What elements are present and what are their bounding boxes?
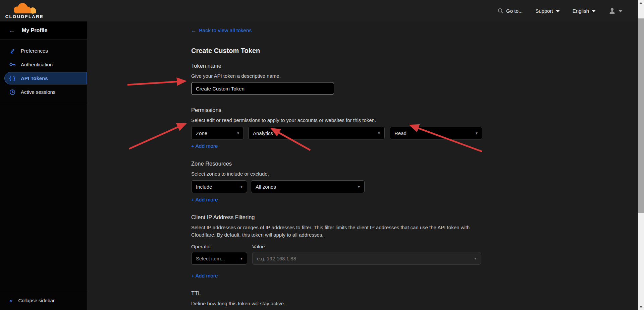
back-arrow-icon: ← [191,27,197,34]
pencil-icon [9,48,16,54]
chevron-down-icon: ▼ [357,185,361,189]
zone-resources-description: Select zones to include or exclude. [191,170,500,178]
permission-service-select[interactable]: Analytics ▼ [248,127,385,139]
ip-operator-select[interactable]: Select item... ▼ [191,252,247,265]
braces-icon: { } [9,75,16,81]
ip-value-combobox[interactable]: e.g. 192.168.1.88 ▼ [252,252,481,265]
page-scrollbar[interactable] [638,0,644,310]
permissions-add-more-link[interactable]: + Add more [191,143,218,149]
value-label: Value [252,244,265,249]
sidebar-item-label: API Tokens [21,75,48,81]
ip-operator-placeholder: Select item... [196,256,225,261]
sidebar-item-label: Authentication [21,62,53,67]
page-title: Create Custom Token [191,47,500,55]
sidebar-item-label: Active sessions [21,89,55,95]
zone-resources-add-more-link[interactable]: + Add more [191,197,218,203]
support-menu[interactable]: Support [535,8,560,14]
ip-filtering-label: Client IP Address Filtering [191,214,500,221]
sidebar-item-authentication[interactable]: Authentication [0,58,87,71]
zone-selection-select[interactable]: All zones ▼ [251,180,365,193]
cloudflare-logo-text: CLOUDFLARE [5,14,44,19]
zone-resources-label: Zone Resources [191,161,500,167]
language-label: English [573,8,589,14]
ttl-description: Define how long this token will stay act… [191,300,500,307]
collapse-chevrons-icon: « [9,297,13,304]
cloudflare-cloud-icon [10,2,39,14]
operator-label: Operator [191,244,252,249]
user-menu[interactable] [608,7,623,14]
zone-include-value: Include [196,184,212,190]
main-content: ← Back to view all tokens Create Custom … [87,21,638,310]
ip-filtering-description: Select IP addresses or ranges of IP addr… [191,224,480,239]
chevron-down-icon: ▼ [377,131,381,135]
search-icon [498,8,503,14]
ip-value-placeholder: e.g. 192.168.1.88 [257,256,296,261]
sidebar-header: ← My Profile [0,21,87,40]
sidebar-item-active-sessions[interactable]: Active sessions [0,85,87,99]
chevron-down-icon: ▼ [475,131,478,135]
back-to-tokens-link[interactable]: ← Back to view all tokens [191,27,252,34]
back-arrow-icon[interactable]: ← [9,27,15,34]
permission-scope-value: Zone [196,130,207,136]
sidebar: ← My Profile Preferences [0,21,87,310]
collapse-sidebar-button[interactable]: « Collapse sidebar [0,291,87,310]
sidebar-title: My Profile [22,27,47,34]
zone-include-select[interactable]: Include ▼ [191,180,247,193]
token-name-label: Token name [191,63,500,69]
sidebar-item-api-tokens[interactable]: { } API Tokens [0,71,87,85]
chevron-down-icon: ▼ [240,257,243,260]
chevron-down-icon: ▼ [240,185,243,189]
permission-scope-select[interactable]: Zone ▼ [191,127,244,139]
chevron-down-icon [556,10,560,12]
key-icon [9,62,16,67]
support-label: Support [535,8,553,14]
back-link-label: Back to view all tokens [199,27,252,34]
sidebar-nav: Preferences Authentication { } API Token… [0,40,87,103]
permission-service-value: Analytics [253,130,273,136]
permissions-label: Permissions [191,107,500,113]
ttl-label: TTL [191,290,500,297]
chevron-down-icon: ▼ [474,257,477,260]
ip-filtering-add-more-link[interactable]: + Add more [191,273,218,279]
cloudflare-logo[interactable]: CLOUDFLARE [6,2,43,19]
chevron-down-icon: ▼ [236,131,240,135]
goto-search[interactable]: Go to... [498,8,523,14]
permissions-description: Select edit or read permissions to apply… [191,117,500,124]
scrollbar-thumb[interactable] [638,18,644,213]
sidebar-item-label: Preferences [21,48,48,54]
chevron-down-icon [592,10,596,12]
divider [0,103,87,103]
permission-access-select[interactable]: Read ▼ [390,127,482,139]
sidebar-item-preferences[interactable]: Preferences [0,44,87,58]
scroll-down-arrow[interactable] [638,304,644,310]
scroll-up-arrow[interactable] [638,0,644,6]
collapse-sidebar-label: Collapse sidebar [18,298,55,303]
token-name-description: Give your API token a descriptive name. [191,72,500,80]
zone-selection-value: All zones [256,184,276,190]
permission-access-value: Read [394,130,407,136]
topbar: CLOUDFLARE Go to... Support English [0,0,638,21]
user-icon [608,7,616,14]
token-name-input[interactable] [191,82,334,95]
language-menu[interactable]: English [573,8,596,14]
chevron-down-icon [619,10,623,12]
goto-label: Go to... [506,8,523,14]
clock-icon [9,89,16,95]
